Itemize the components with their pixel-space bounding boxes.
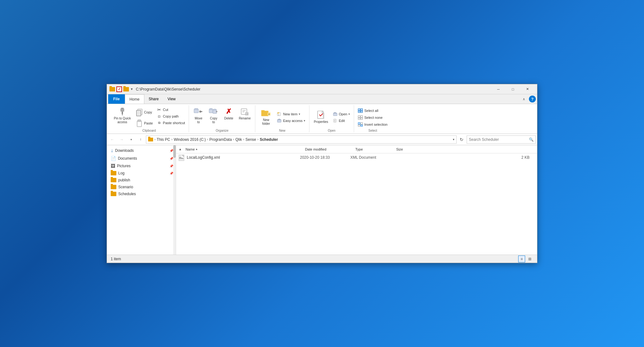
copy-to-label: Copyto bbox=[210, 117, 217, 124]
tab-view[interactable]: View bbox=[163, 94, 180, 104]
col-header-name[interactable]: Name ▲ bbox=[184, 147, 304, 151]
file-date-cell: 2020-10-20 18:33 bbox=[300, 155, 350, 160]
svg-rect-2 bbox=[122, 112, 123, 114]
svg-rect-54 bbox=[361, 125, 363, 126]
forward-button[interactable]: → bbox=[118, 135, 126, 144]
sidebar-item-pictures[interactable]: 🖼 Pictures 📌 bbox=[107, 162, 176, 170]
documents-icon: 📄 bbox=[111, 156, 116, 161]
view-buttons: ≡ ⊞ bbox=[518, 256, 533, 262]
pin-log-icon: 📌 bbox=[169, 172, 173, 175]
file-list: ▲ Name ▲ Date modified Type Size XML bbox=[176, 145, 537, 255]
sidebar-item-publish[interactable]: publish bbox=[107, 177, 176, 184]
open-group: Properties Open ▾ bbox=[309, 105, 354, 132]
recent-locations-button[interactable]: ▾ bbox=[127, 135, 135, 144]
svg-rect-10 bbox=[195, 108, 198, 109]
sidebar-item-schedules-label: Schedules bbox=[118, 192, 136, 196]
paste-button[interactable]: Paste bbox=[134, 118, 154, 128]
sort-up-icon[interactable]: ▲ bbox=[179, 147, 182, 151]
open-small-buttons: Open ▾ Edit bbox=[331, 110, 352, 124]
ribbon-content: Pin to Quickaccess Copy bbox=[107, 104, 537, 134]
breadcrumb-dropdown-button[interactable]: ▾ bbox=[453, 138, 454, 141]
select-none-button[interactable]: Select none bbox=[357, 114, 384, 121]
new-folder-label: Newfolder bbox=[262, 118, 270, 126]
edit-button[interactable]: Edit bbox=[331, 118, 352, 124]
copy-path-button[interactable]: ⊡ Copy path bbox=[155, 113, 186, 119]
col-header-date[interactable]: Date modified bbox=[304, 147, 354, 151]
pin-documents-icon: 📌 bbox=[169, 157, 173, 160]
svg-rect-52 bbox=[361, 123, 363, 124]
paste-shortcut-button[interactable]: ⧉ Paste shortcut bbox=[155, 120, 186, 126]
tab-home[interactable]: Home bbox=[125, 94, 144, 104]
sidebar-item-scenario[interactable]: Scenario bbox=[107, 184, 176, 190]
open-label: Open bbox=[328, 129, 335, 132]
easy-access-button[interactable]: Easy access ▾ bbox=[275, 118, 307, 124]
sidebar-item-scenario-label: Scenario bbox=[118, 185, 133, 189]
svg-rect-30 bbox=[277, 120, 281, 122]
open-button[interactable]: Open ▾ bbox=[331, 111, 352, 117]
large-icons-view-button[interactable]: ⊞ bbox=[526, 256, 533, 262]
search-icon: 🔍 bbox=[529, 137, 534, 142]
col-header-size[interactable]: Size bbox=[395, 147, 535, 151]
breadcrumb-thispc[interactable]: This PC bbox=[157, 137, 170, 142]
breadcrumb-sense[interactable]: Sense bbox=[246, 137, 256, 142]
breadcrumb-scheduler[interactable]: Scheduler bbox=[260, 137, 278, 142]
details-view-button[interactable]: ≡ bbox=[518, 256, 525, 262]
col-header-type[interactable]: Type bbox=[354, 147, 395, 151]
rename-icon: ✏ bbox=[240, 107, 250, 117]
sidebar-item-schedules[interactable]: Schedules bbox=[107, 190, 176, 197]
move-to-label: Moveto bbox=[195, 117, 202, 124]
scenario-folder-icon bbox=[111, 185, 116, 189]
svg-text:+: + bbox=[268, 112, 270, 116]
new-folder-icon: + bbox=[261, 108, 271, 118]
item-count: 1 item bbox=[111, 257, 121, 261]
breadcrumb-bar[interactable]: › This PC › Windows 2016 (C:) › ProgramD… bbox=[146, 135, 457, 144]
breadcrumb-sep-5: › bbox=[243, 138, 244, 141]
copy-to-button[interactable]: Copyto bbox=[207, 105, 220, 125]
select-all-button[interactable]: Select all bbox=[357, 107, 380, 114]
breadcrumb-programdata[interactable]: ProgramData bbox=[209, 137, 232, 142]
sidebar-item-publish-label: publish bbox=[118, 178, 130, 182]
move-to-button[interactable]: Moveto bbox=[192, 105, 205, 125]
new-label: New bbox=[279, 129, 286, 132]
search-input[interactable] bbox=[469, 137, 528, 142]
breadcrumb-qlik[interactable]: Qlik bbox=[235, 137, 242, 142]
cut-button[interactable]: ✂ Cut bbox=[155, 107, 186, 113]
table-row[interactable]: XML LocalLogConfig.xml 2020-10-20 18:33 … bbox=[176, 153, 537, 162]
breadcrumb-drive[interactable]: Windows 2016 (C:) bbox=[174, 137, 206, 142]
maximize-button[interactable]: □ bbox=[506, 84, 520, 94]
file-list-header: ▲ Name ▲ Date modified Type Size bbox=[176, 145, 537, 153]
sidebar-items: ↓ Downloads 📌 📄 Documents 📌 🖼 Pictures 📌 bbox=[107, 145, 176, 255]
delete-button[interactable]: ✗ Delete bbox=[222, 105, 236, 121]
sidebar-scrollbar[interactable] bbox=[173, 145, 176, 255]
help-icon[interactable]: ? bbox=[529, 96, 536, 102]
properties-button[interactable]: Properties bbox=[312, 109, 330, 125]
minimize-button[interactable]: ─ bbox=[491, 84, 506, 94]
tab-share[interactable]: Share bbox=[144, 94, 163, 104]
new-folder-button[interactable]: + Newfolder bbox=[258, 107, 274, 127]
svg-rect-1 bbox=[120, 108, 124, 112]
sidebar-scrollbar-thumb[interactable] bbox=[173, 145, 176, 158]
copy-button[interactable]: Copy bbox=[134, 107, 154, 118]
tab-file[interactable]: File bbox=[108, 94, 125, 104]
title-bar-path: C:\ProgramData\Qlik\Sense\Scheduler bbox=[136, 87, 200, 91]
ribbon-collapse-icon[interactable]: ∧ bbox=[521, 96, 527, 102]
search-box[interactable]: 🔍 bbox=[467, 135, 536, 144]
new-item-button[interactable]: + New item ▾ bbox=[275, 111, 307, 117]
sidebar-item-downloads[interactable]: ↓ Downloads 📌 bbox=[107, 146, 176, 155]
back-button[interactable]: ← bbox=[108, 135, 116, 144]
sidebar-item-documents[interactable]: 📄 Documents 📌 bbox=[107, 155, 176, 162]
sidebar-item-log[interactable]: Log 📌 bbox=[107, 170, 176, 177]
pictures-icon: 🖼 bbox=[111, 163, 115, 168]
up-button[interactable]: ↑ bbox=[136, 135, 145, 144]
breadcrumb-sep-6: › bbox=[258, 138, 258, 141]
title-bar: ✓ ▼ C:\ProgramData\Qlik\Sense\Scheduler … bbox=[107, 84, 537, 94]
invert-selection-button[interactable]: Invert selection bbox=[357, 121, 389, 128]
sort-arrow-name: ▲ bbox=[195, 148, 198, 151]
refresh-button[interactable]: ↻ bbox=[458, 135, 465, 144]
pin-to-quick-access-button[interactable]: Pin to Quickaccess bbox=[112, 105, 133, 125]
window-controls: ─ □ ✕ bbox=[491, 84, 535, 94]
rename-button[interactable]: ✏ Rename bbox=[237, 105, 253, 121]
close-button[interactable]: ✕ bbox=[520, 84, 535, 94]
svg-rect-9 bbox=[194, 109, 198, 113]
title-bar-dropdown-arrow[interactable]: ▼ bbox=[130, 87, 133, 91]
